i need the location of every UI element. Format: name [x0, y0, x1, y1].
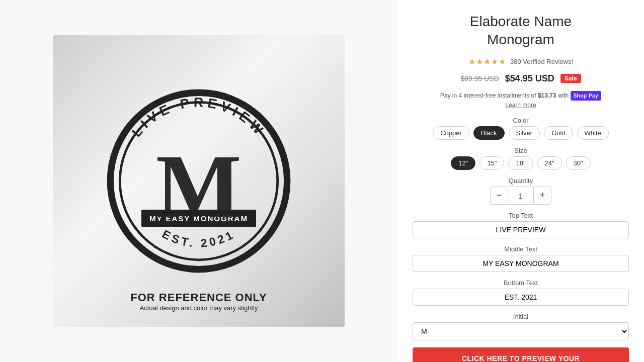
quantity-decrease[interactable]: −	[490, 187, 508, 205]
shoppay-row: Pay in 4 interest-free installments of $…	[413, 91, 629, 110]
sale-price: $54.95 USD	[505, 73, 554, 84]
bottom-text-label: Bottom Text	[413, 279, 629, 287]
price-row: $89.95 USD $54.95 USD Sale	[413, 73, 629, 84]
size-24[interactable]: 24"	[537, 156, 562, 170]
middle-text-input[interactable]	[413, 255, 629, 272]
product-image-panel: LIVE PREVIEW EST. 2021 MY EASY MONOGRAM …	[0, 0, 397, 362]
color-silver[interactable]: Silver	[509, 126, 540, 140]
middle-text-label: Middle Text	[413, 245, 629, 253]
initial-section: Initial ABCDEFGHIJKLMNOPQRSTUVWXYZ	[413, 311, 629, 340]
product-details-panel: Elaborate Name Monogram ★★★★★ 389 Verifi…	[397, 0, 644, 362]
reference-title: FOR REFERENCE ONLY	[130, 291, 267, 304]
image-footer: FOR REFERENCE ONLY Actual design and col…	[130, 291, 267, 312]
color-white[interactable]: White	[577, 126, 609, 140]
top-text-input[interactable]	[413, 221, 629, 238]
monogram-graphic: LIVE PREVIEW EST. 2021 MY EASY MONOGRAM …	[103, 85, 294, 277]
svg-text:M: M	[156, 136, 242, 236]
color-gold[interactable]: Gold	[544, 126, 573, 140]
bottom-text-input[interactable]	[413, 289, 629, 306]
preview-button[interactable]: Click Here To Preview YourPersonalizatio…	[413, 347, 629, 362]
shoppay-badge: Shop Pay	[571, 91, 602, 101]
color-copper[interactable]: Copper	[433, 126, 469, 140]
middle-text-section: Middle Text	[413, 243, 629, 272]
svg-text:LIVE PREVIEW: LIVE PREVIEW	[129, 95, 268, 140]
size-label: Size	[413, 147, 629, 154]
color-label: Color	[413, 117, 629, 124]
color-black[interactable]: Black	[473, 126, 505, 140]
original-price: $89.95 USD	[460, 74, 499, 82]
size-12[interactable]: 12"	[451, 156, 475, 170]
reviews-count: 389 Verified Reviews!	[510, 58, 573, 65]
product-image: LIVE PREVIEW EST. 2021 MY EASY MONOGRAM …	[53, 35, 345, 327]
initial-select[interactable]: ABCDEFGHIJKLMNOPQRSTUVWXYZ	[413, 322, 629, 340]
quantity-increase[interactable]: +	[533, 187, 551, 205]
bottom-text-section: Bottom Text	[413, 277, 629, 306]
reviews-row: ★★★★★ 389 Verified Reviews!	[413, 57, 629, 66]
quantity-section: Quantity − 1 +	[413, 175, 629, 205]
color-options: Copper Black Silver Gold White	[413, 126, 629, 140]
size-15[interactable]: 15"	[479, 156, 504, 170]
color-section: Color Copper Black Silver Gold White	[413, 115, 629, 140]
quantity-label: Quantity	[413, 177, 629, 185]
sale-badge: Sale	[560, 74, 581, 83]
top-text-label: Top Text	[413, 212, 629, 219]
size-18[interactable]: 18"	[508, 156, 533, 170]
size-options: 12" 15" 18" 24" 30"	[413, 156, 629, 170]
quantity-row: − 1 +	[413, 187, 629, 205]
size-30[interactable]: 30"	[566, 156, 591, 170]
learn-more-link[interactable]: Learn more	[505, 102, 536, 109]
star-rating[interactable]: ★★★★★	[468, 57, 506, 66]
quantity-value: 1	[508, 187, 533, 205]
initial-label: Initial	[413, 313, 629, 320]
product-title: Elaborate Name Monogram	[413, 13, 629, 49]
size-section: Size 12" 15" 18" 24" 30"	[413, 145, 629, 170]
top-text-section: Top Text	[413, 210, 629, 238]
reference-subtitle: Actual design and color may vary slightl…	[130, 304, 267, 312]
